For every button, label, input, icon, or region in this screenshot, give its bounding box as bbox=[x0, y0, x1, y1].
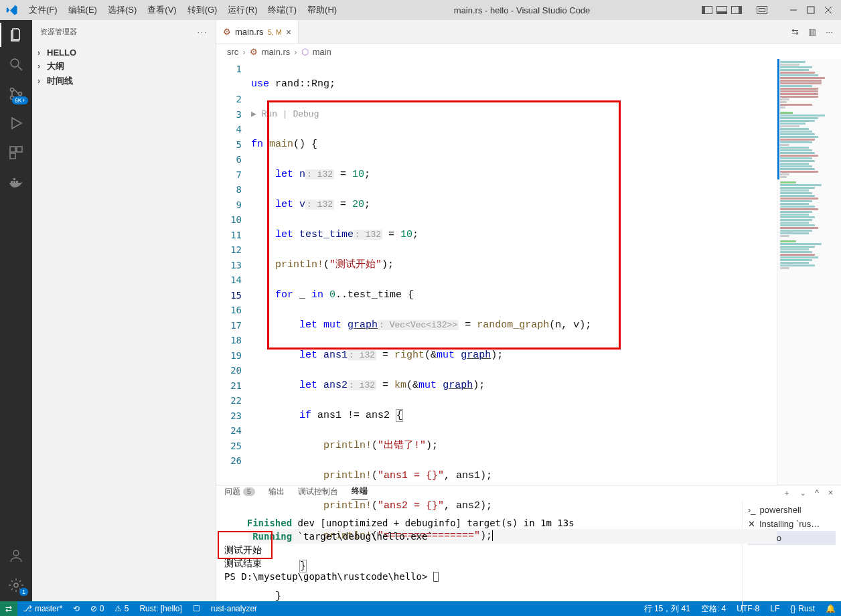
breadcrumbs[interactable]: src › ⚙ main.rs › ⬡ main bbox=[216, 44, 841, 59]
explorer-icon[interactable] bbox=[7, 25, 25, 44]
tab-main-rs[interactable]: ⚙ main.rs 5, M × bbox=[216, 20, 299, 44]
chevron-right-icon: › bbox=[242, 47, 245, 57]
close-icon[interactable] bbox=[822, 4, 834, 16]
title-bar: 文件(F) 编辑(E) 选择(S) 查看(V) 转到(G) 运行(R) 终端(T… bbox=[0, 0, 841, 20]
tab-close-icon[interactable]: × bbox=[286, 27, 291, 37]
status-rust-project[interactable]: Rust: [hello] bbox=[134, 604, 187, 613]
symbol-function-icon: ⬡ bbox=[301, 47, 309, 57]
maximize-panel-icon[interactable]: ^ bbox=[815, 488, 819, 497]
status-branch[interactable]: ⎇master* bbox=[17, 604, 68, 613]
sidebar-title: 资源管理器 bbox=[40, 27, 77, 37]
status-checkbox[interactable]: ☐ bbox=[187, 604, 206, 613]
source-control-icon[interactable]: 6K+ bbox=[7, 84, 25, 103]
svg-point-16 bbox=[13, 550, 19, 556]
status-notifications-icon[interactable]: 🔔 bbox=[820, 604, 841, 613]
svg-line-5 bbox=[18, 66, 22, 70]
window-controls bbox=[787, 4, 841, 16]
remote-indicator[interactable]: ⇄ bbox=[0, 601, 17, 616]
close-panel-icon[interactable]: × bbox=[828, 488, 833, 497]
svg-rect-15 bbox=[13, 178, 15, 180]
activity-bar: 6K+ 1 bbox=[0, 20, 32, 601]
breadcrumb-src[interactable]: src bbox=[227, 47, 238, 57]
svg-rect-1 bbox=[808, 7, 814, 13]
svg-rect-10 bbox=[17, 147, 22, 152]
menu-file[interactable]: 文件(F) bbox=[23, 4, 63, 16]
menu-run[interactable]: 运行(R) bbox=[222, 4, 262, 16]
window-title: main.rs - hello - Visual Studio Code bbox=[342, 5, 702, 15]
status-errors[interactable]: ⊘ 0 bbox=[85, 604, 109, 613]
docker-icon[interactable] bbox=[7, 173, 25, 191]
account-icon[interactable] bbox=[7, 546, 25, 565]
maximize-icon[interactable] bbox=[805, 4, 817, 16]
sidebar-more-icon[interactable]: ··· bbox=[198, 28, 208, 36]
terminal-cursor bbox=[433, 572, 439, 582]
sidebar-timeline[interactable]: ›时间线 bbox=[32, 74, 216, 88]
compare-changes-icon[interactable]: ⇆ bbox=[791, 27, 799, 37]
svg-point-17 bbox=[14, 583, 18, 587]
split-editor-icon[interactable]: ▥ bbox=[808, 27, 816, 37]
line-number-gutter: 1 x 2 3 4 5 6 7 8 9 10 11 12 13 14 15 16… bbox=[216, 59, 248, 485]
svg-point-8 bbox=[19, 92, 22, 96]
menu-help[interactable]: 帮助(H) bbox=[302, 4, 342, 16]
menu-edit[interactable]: 编辑(E) bbox=[63, 4, 102, 16]
sidebar-outline[interactable]: ›大纲 bbox=[32, 59, 216, 74]
code-editor[interactable]: use rand::Rng; ▶ Run | Debug fn main() {… bbox=[248, 59, 777, 485]
status-warnings[interactable]: ⚠ 5 bbox=[109, 604, 134, 613]
rust-file-icon: ⚙ bbox=[223, 27, 231, 37]
sidebar-folder-hello[interactable]: ›HELLO bbox=[32, 46, 216, 59]
search-icon[interactable] bbox=[7, 55, 25, 74]
minimize-icon[interactable] bbox=[787, 4, 799, 16]
svg-rect-12 bbox=[11, 181, 13, 183]
menu-view[interactable]: 查看(V) bbox=[142, 4, 181, 16]
codelens-run-debug[interactable]: ▶ Run | Debug bbox=[248, 107, 777, 123]
status-language[interactable]: {}Rust bbox=[785, 604, 820, 613]
editor-more-icon[interactable]: ··· bbox=[826, 27, 833, 37]
menu-goto[interactable]: 转到(G) bbox=[182, 4, 223, 16]
tab-filename: main.rs bbox=[235, 27, 264, 37]
editor-area: ⚙ main.rs 5, M × ⇆ ▥ ··· src › ⚙ main.rs… bbox=[216, 20, 841, 601]
scm-badge: 6K+ bbox=[12, 96, 28, 104]
extensions-icon[interactable] bbox=[7, 143, 25, 162]
menu-terminal[interactable]: 终端(T) bbox=[262, 4, 302, 16]
vscode-icon bbox=[0, 4, 23, 16]
editor-tabs: ⚙ main.rs 5, M × ⇆ ▥ ··· bbox=[216, 20, 841, 44]
svg-point-4 bbox=[11, 59, 19, 67]
svg-rect-9 bbox=[10, 147, 15, 152]
status-sync[interactable]: ⟲ bbox=[68, 604, 85, 613]
terminal-dropdown-icon[interactable]: ⌄ bbox=[800, 489, 806, 497]
tab-modified-indicator: 5, M bbox=[268, 28, 282, 36]
settings-gear-icon[interactable]: 1 bbox=[7, 576, 25, 595]
customize-layout-icon[interactable] bbox=[757, 6, 767, 14]
toggle-panel-icon[interactable] bbox=[716, 6, 727, 14]
menu-select[interactable]: 选择(S) bbox=[102, 4, 142, 16]
toggle-primary-sidebar-icon[interactable] bbox=[702, 6, 712, 14]
minimap[interactable] bbox=[777, 59, 841, 485]
breadcrumb-file[interactable]: main.rs bbox=[262, 47, 291, 57]
rust-file-icon: ⚙ bbox=[250, 47, 258, 57]
svg-rect-11 bbox=[10, 153, 15, 159]
layout-controls bbox=[702, 6, 767, 14]
svg-rect-14 bbox=[16, 181, 18, 183]
toggle-secondary-sidebar-icon[interactable] bbox=[731, 6, 742, 14]
explorer-sidebar: 资源管理器 ··· ›HELLO ›大纲 ›时间线 bbox=[32, 20, 216, 601]
menu-bar: 文件(F) 编辑(E) 选择(S) 查看(V) 转到(G) 运行(R) 终端(T… bbox=[23, 4, 342, 16]
chevron-right-icon: › bbox=[294, 47, 297, 57]
settings-badge: 1 bbox=[19, 588, 28, 596]
breadcrumb-symbol[interactable]: main bbox=[313, 47, 331, 57]
svg-rect-13 bbox=[13, 181, 15, 183]
run-debug-icon[interactable] bbox=[7, 114, 25, 133]
terminal-output[interactable]: Finished dev [unoptimized + debuginfo] t… bbox=[216, 500, 742, 613]
svg-point-6 bbox=[11, 88, 14, 92]
new-terminal-icon[interactable]: ＋ bbox=[783, 487, 791, 499]
